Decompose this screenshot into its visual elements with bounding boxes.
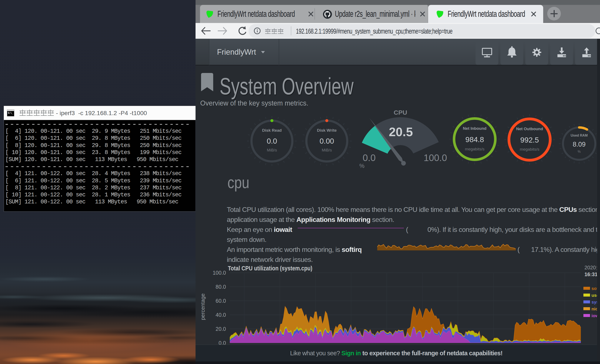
svg-text:cpu: cpu (227, 173, 249, 191)
svg-text:8.09: 8.09 (573, 141, 586, 148)
svg-text:Net Outbound: Net Outbound (516, 127, 543, 131)
svg-text:megabits/s: megabits/s (465, 147, 485, 151)
svg-text:System Overview: System Overview (220, 73, 354, 100)
svg-text:(: ( (406, 226, 408, 233)
svg-text:984.8: 984.8 (465, 135, 484, 144)
svg-text:60.0: 60.0 (216, 298, 226, 304)
svg-text:percentage: percentage (200, 293, 206, 320)
svg-text:Net Inbound: Net Inbound (463, 126, 487, 131)
svg-text:20.0: 20.0 (216, 326, 226, 332)
svg-text:%: % (578, 150, 581, 153)
svg-text:Overview of the key system met: Overview of the key system metrics. (200, 99, 308, 107)
svg-text:17.1%). A constantly high perc: 17.1%). A constantly high percentage (531, 246, 600, 253)
svg-text:20.5: 20.5 (389, 125, 413, 139)
svg-text:Used RAM: Used RAM (571, 134, 588, 137)
svg-text:An important metric worth moni: An important metric worth monitoring, is… (227, 246, 362, 253)
svg-text:application usage at the Appli: application usage at the Applications Mo… (227, 216, 394, 223)
svg-text:indicate network driver issues: indicate network driver issues. (227, 256, 313, 263)
svg-text:Disk Read: Disk Read (262, 128, 282, 132)
svg-text:MiB/s: MiB/s (322, 148, 332, 152)
svg-text:0.0: 0.0 (363, 152, 375, 163)
svg-text:%: % (359, 163, 365, 169)
svg-text:Disk Write: Disk Write (317, 128, 337, 132)
svg-text:(: ( (517, 246, 520, 253)
svg-text:system down.: system down. (227, 236, 266, 243)
svg-text:Total CPU utilization (system.: Total CPU utilization (system.cpu) (228, 265, 312, 272)
svg-text:40.0: 40.0 (216, 312, 226, 318)
svg-text:0.0: 0.0 (267, 137, 277, 145)
svg-text:0%). If it is constantly high,: 0%). If it is constantly high, your disk… (427, 226, 600, 233)
svg-text:100.0: 100.0 (213, 270, 226, 276)
svg-text:MiB/s: MiB/s (267, 148, 277, 152)
svg-text:0.00: 0.00 (319, 137, 334, 145)
svg-text:80.0: 80.0 (216, 284, 226, 290)
svg-text:megabits/s: megabits/s (520, 147, 539, 151)
svg-text:992.5: 992.5 (520, 136, 539, 144)
svg-text:Total CPU utilization (all cor: Total CPU utilization (all cores). 100% … (227, 206, 600, 213)
svg-text:CPU: CPU (394, 109, 407, 116)
svg-text:100.0: 100.0 (424, 152, 447, 163)
svg-text:Keep an eye on iowait: Keep an eye on iowait (227, 226, 292, 233)
